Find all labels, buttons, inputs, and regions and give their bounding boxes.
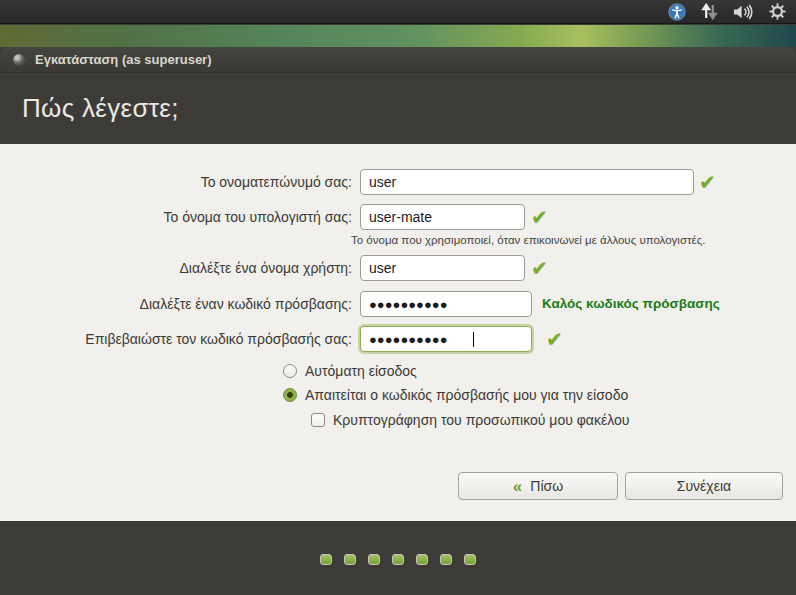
encrypt-home-label: Κρυπτογράφηση του προσωπικού μου φακέλου [333,412,629,428]
volume-icon[interactable] [733,0,754,24]
confirm-password-input[interactable] [360,326,532,352]
password-input[interactable] [360,291,532,317]
progress-dot [440,554,452,565]
accessibility-icon[interactable] [668,0,686,24]
back-button[interactable]: « Πίσω [458,472,618,500]
encrypt-home-checkbox[interactable] [311,413,325,427]
continue-button[interactable]: Συνέχεια [625,472,783,500]
progress-dot [464,554,476,565]
hostname-label: Το όνομα του υπολογιστή σας: [163,204,352,230]
password-strength-text: Καλός κωδικός πρόσβασης [542,291,720,317]
top-panel [0,0,796,24]
encrypt-home-checkbox-row[interactable]: Κρυπτογράφηση του προσωπικού μου φακέλου [311,412,629,428]
progress-dots [0,521,796,595]
progress-dot [392,554,404,565]
text-caret [473,332,474,347]
confirm-valid-check-icon: ✔ [546,326,563,352]
fullname-label: Το ονοματεπώνυμό σας: [201,169,352,195]
page-title: Πώς λέγεστε; [22,93,179,124]
desktop-wallpaper-strip [0,25,796,47]
username-input[interactable] [360,255,525,281]
hostname-valid-check-icon: ✔ [531,204,548,230]
fullname-input[interactable] [360,169,694,195]
auto-login-label: Αυτόματη είσοδος [305,363,417,379]
back-button-label: Πίσω [530,478,563,494]
network-arrows-icon[interactable] [701,0,718,24]
back-chevron-icon: « [513,478,522,495]
window-title: Εγκατάσταση (as superuser) [35,52,212,67]
page-header: Πώς λέγεστε; [0,73,796,145]
hostname-input[interactable] [360,204,525,230]
hostname-help-text: Το όνομα που χρησιμοποιεί, όταν επικοινω… [351,234,705,246]
progress-dot [416,554,428,565]
require-password-label: Απαιτείται ο κωδικός πρόσβασής μου για τ… [305,387,628,403]
window-icon [13,54,25,66]
username-label: Διαλέξτε ένα όνομα χρήστη: [179,255,352,281]
username-valid-check-icon: ✔ [531,255,548,281]
require-password-radio-row[interactable]: Απαιτείται ο κωδικός πρόσβασής μου για τ… [283,387,628,403]
progress-dot [344,554,356,565]
require-password-radio[interactable] [283,388,297,402]
confirm-password-label: Επιβεβαιώστε τον κωδικό πρόσβασής σας: [85,326,352,352]
progress-dot [320,554,332,565]
installer-window: Εγκατάσταση (as superuser) Πώς λέγεστε; … [0,47,796,595]
continue-button-label: Συνέχεια [677,478,731,494]
fullname-valid-check-icon: ✔ [699,169,716,195]
form-area: Το ονοματεπώνυμό σας: ✔ Το όνομα του υπο… [0,144,796,521]
screen: Εγκατάσταση (as superuser) Πώς λέγεστε; … [0,0,796,595]
power-gear-icon[interactable] [769,0,786,24]
auto-login-radio[interactable] [283,364,297,378]
password-label: Διαλέξτε έναν κωδικό πρόσβασης: [140,291,352,317]
window-titlebar[interactable]: Εγκατάσταση (as superuser) [0,47,796,73]
progress-dot [368,554,380,565]
auto-login-radio-row[interactable]: Αυτόματη είσοδος [283,363,417,379]
